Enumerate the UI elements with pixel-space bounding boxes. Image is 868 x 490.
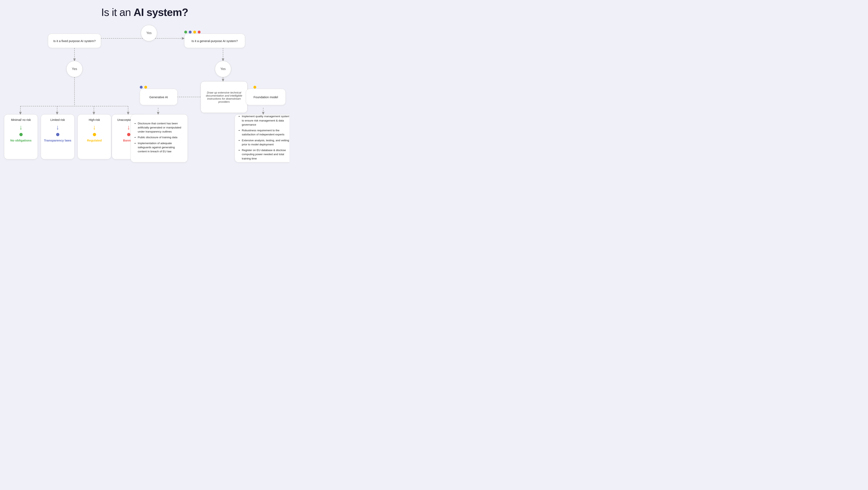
minimal-risk-box: Minimal/ no risk ↓ No obligations <box>4 114 38 159</box>
high-risk-dot <box>93 133 96 136</box>
title-bold: AI system? <box>134 6 188 18</box>
foundation-bullet-2: Robustness requirement to the satisfacti… <box>242 128 289 137</box>
unacceptable-risk-dot <box>127 133 130 136</box>
yes-top-node: Yes <box>141 25 157 41</box>
dot-generative-blue <box>140 86 143 89</box>
generative-bullet-2: Public disclosure of training data <box>138 135 184 139</box>
yes-left-node: Yes <box>66 61 83 77</box>
dot-generative-yellow <box>144 86 147 89</box>
generative-ai-box: Generative AI <box>140 89 178 105</box>
foundation-model-box: Foundation model <box>246 89 286 105</box>
foundation-bullet-4: Register on EU database & disclose compu… <box>242 148 289 161</box>
minimal-risk-dot <box>20 133 23 136</box>
foundation-dot-row <box>253 86 256 89</box>
minimal-risk-obligation: No obligations <box>10 139 31 142</box>
high-risk-label: High-risk <box>89 118 100 121</box>
general-purpose-box: Is it a general-purpose AI system? <box>184 34 245 48</box>
limited-risk-label: Limited risk <box>51 118 65 121</box>
generative-bullet-list: Disclosure that content has been artific… <box>134 121 184 155</box>
page-title: Is it an AI system? <box>4 6 285 18</box>
page: Is it an AI system? <box>0 0 289 180</box>
generative-dots <box>140 86 147 89</box>
diagram: Yes Is it a fixed purpose AI system? Is … <box>4 25 285 172</box>
limited-risk-dot <box>56 133 59 136</box>
draw-up-box: Draw up extensive technical documentatio… <box>200 81 248 113</box>
foundation-bullets-box: Implement quality management system to e… <box>235 114 289 162</box>
fixed-purpose-box: Is it a fixed purpose AI system? <box>48 34 101 48</box>
high-risk-arrow: ↓ <box>93 124 96 131</box>
unacceptable-risk-arrow: ↓ <box>127 124 130 131</box>
generative-bullet-1: Disclosure that content has been artific… <box>138 121 184 134</box>
minimal-risk-label: Minimal/ no risk <box>11 118 31 121</box>
yes-right-node: Yes <box>215 61 231 77</box>
dot-yellow <box>193 31 196 33</box>
limited-risk-arrow: ↓ <box>56 124 59 131</box>
generative-bullets-box: Disclosure that content has been artific… <box>131 114 188 162</box>
limited-risk-box: Limited risk ↓ Transparency laws <box>41 114 74 159</box>
limited-risk-obligation: Transparency laws <box>44 139 71 142</box>
high-risk-obligation: Regulated <box>87 139 102 142</box>
minimal-risk-arrow: ↓ <box>20 124 23 131</box>
high-risk-box: High-risk ↓ Regulated <box>78 114 111 159</box>
dot-blue <box>189 31 192 33</box>
dot-green <box>184 31 187 33</box>
dot-red <box>198 31 200 33</box>
dot-foundation-yellow <box>253 86 256 89</box>
foundation-bullet-1: Implement quality management system to e… <box>242 114 289 127</box>
foundation-bullet-3: Extensive analysis, testing, and vetting… <box>242 138 289 147</box>
generative-bullet-3: Implementation of adequate safeguards ag… <box>138 141 184 154</box>
top-dots <box>184 31 200 33</box>
foundation-bullet-list: Implement quality management system to e… <box>238 114 289 162</box>
